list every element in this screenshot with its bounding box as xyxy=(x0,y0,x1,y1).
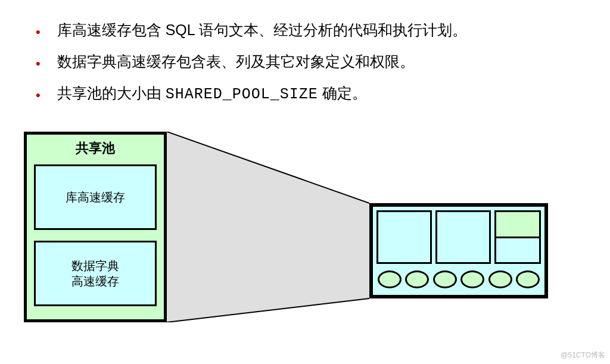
sga-sub-box-1 xyxy=(376,210,432,264)
svg-line-1 xyxy=(167,132,369,203)
sga-oval xyxy=(433,270,457,288)
sga-oval xyxy=(378,270,402,288)
bullet-text-code: SHARED_POOL_SIZE xyxy=(166,86,318,103)
sga-upper-row xyxy=(376,210,541,264)
data-dict-cache-label: 数据字典 高速缓存 xyxy=(71,258,119,289)
watermark: @51CTO博客 xyxy=(561,350,605,360)
data-dict-cache-box: 数据字典 高速缓存 xyxy=(34,241,157,306)
bullet-dot: • xyxy=(36,21,41,42)
diagram-area: 共享池 库高速缓存 数据字典 高速缓存 xyxy=(0,126,610,340)
library-cache-box: 库高速缓存 xyxy=(34,164,157,230)
bullet-text-pre: 共享池的大小由 xyxy=(57,85,166,101)
projection-lines xyxy=(167,132,369,322)
shared-pool-box: 共享池 库高速缓存 数据字典 高速缓存 xyxy=(24,132,167,322)
bullet-item-3: • 共享池的大小由 SHARED_POOL_SIZE 确定。 xyxy=(36,81,574,107)
sga-sub-box-3-top xyxy=(496,212,539,238)
sga-sub-box-3-bottom xyxy=(496,238,539,263)
shared-pool-title: 共享池 xyxy=(34,139,157,157)
bullet-item-2: • 数据字典高速缓存包含表、列及其它对象定义和权限。 xyxy=(36,49,574,74)
svg-marker-0 xyxy=(167,132,369,322)
bullet-text: 共享池的大小由 SHARED_POOL_SIZE 确定。 xyxy=(57,81,367,107)
bullet-text: 数据字典高速缓存包含表、列及其它对象定义和权限。 xyxy=(57,49,415,73)
sga-sub-box-3 xyxy=(494,210,541,264)
bullet-text-post: 确定。 xyxy=(318,85,367,101)
sga-oval xyxy=(516,270,540,288)
bullet-list: • 库高速缓存包含 SQL 语句文本、经过分析的代码和执行计划。 • 数据字典高… xyxy=(0,0,610,126)
sga-oval xyxy=(460,270,484,288)
library-cache-label: 库高速缓存 xyxy=(66,189,125,205)
sga-oval-row xyxy=(378,267,540,291)
sga-box xyxy=(369,203,548,298)
bullet-item-1: • 库高速缓存包含 SQL 语句文本、经过分析的代码和执行计划。 xyxy=(36,18,574,42)
bullet-dot: • xyxy=(36,53,41,74)
bullet-dot: • xyxy=(36,85,41,105)
sga-oval xyxy=(488,270,512,288)
sga-sub-box-2 xyxy=(435,210,491,264)
svg-line-2 xyxy=(167,298,369,322)
bullet-text: 库高速缓存包含 SQL 语句文本、经过分析的代码和执行计划。 xyxy=(57,18,467,42)
sga-oval xyxy=(405,270,429,288)
